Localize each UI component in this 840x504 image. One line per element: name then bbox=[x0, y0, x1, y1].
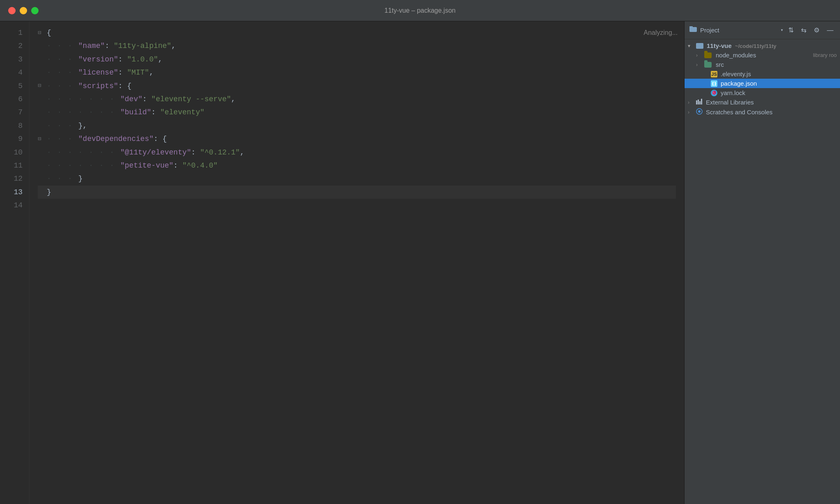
fold-gutter-13 bbox=[38, 187, 45, 197]
js-file-icon: JS bbox=[711, 71, 717, 77]
expand-icon[interactable]: ▾ bbox=[688, 43, 694, 49]
folder-sublabel: library roo bbox=[813, 52, 837, 58]
svg-rect-2 bbox=[696, 100, 697, 104]
tree-item-eleventy-js[interactable]: JS .eleventy.js bbox=[685, 69, 840, 79]
code-line-8: · · · }, bbox=[38, 119, 676, 132]
titlebar: 11ty-vue – package.json bbox=[0, 0, 840, 21]
code-line-12: · · · } bbox=[38, 172, 676, 185]
line-number: 4 bbox=[10, 66, 23, 79]
folder-icon bbox=[704, 62, 712, 68]
line-number: 12 bbox=[10, 172, 23, 185]
section-label: External Libraries bbox=[706, 99, 837, 106]
tree-item-src[interactable]: › src bbox=[685, 60, 840, 69]
svg-rect-1 bbox=[689, 26, 693, 28]
line-number: 13 bbox=[10, 186, 23, 199]
tree-item-scratches-consoles[interactable]: › Scratches and Consoles bbox=[685, 107, 840, 117]
code-line-3: · · · "version": "1.0.0", bbox=[38, 53, 676, 66]
code-token: "eleventy --serve" bbox=[151, 93, 231, 106]
section-label: Scratches and Consoles bbox=[706, 109, 837, 116]
options-button[interactable]: ⇆ bbox=[799, 25, 808, 35]
code-token: : bbox=[118, 53, 127, 66]
code-line-9: ⊟ · · · "devDependencies": { bbox=[38, 132, 676, 145]
code-token: "dev" bbox=[120, 93, 142, 106]
code-line-10: · · · · · · · "@11ty/eleventy": "^0.12.1… bbox=[38, 146, 676, 159]
code-token: "scripts" bbox=[78, 79, 118, 93]
line-number: 6 bbox=[10, 93, 23, 106]
svg-rect-4 bbox=[699, 101, 701, 104]
sidebar: Project ▾ ⇅ ⇆ ⚙ — ▾ 11ty-vue ~/code/11ty… bbox=[684, 21, 840, 504]
line-number: 1 bbox=[10, 26, 23, 39]
bar-chart-icon bbox=[696, 99, 703, 106]
expand-icon[interactable]: › bbox=[696, 52, 703, 58]
code-token: "petite-vue" bbox=[120, 159, 173, 172]
fold-gutter-12 bbox=[38, 174, 45, 184]
code-token: , bbox=[149, 66, 154, 79]
code-token: , bbox=[231, 93, 235, 106]
fold-gutter-9[interactable]: ⊟ bbox=[38, 134, 45, 144]
indent-guide: · · · · · · · bbox=[47, 93, 120, 106]
line-number: 10 bbox=[10, 146, 23, 159]
chevron-down-icon[interactable]: ▾ bbox=[781, 27, 783, 33]
fold-gutter-5[interactable]: ⊟ bbox=[38, 81, 45, 91]
code-token: "1.0.0" bbox=[127, 53, 158, 66]
minimize-button[interactable] bbox=[20, 7, 27, 14]
code-token: : bbox=[105, 39, 114, 52]
tree-item-package-json[interactable]: { } package.json bbox=[685, 79, 840, 88]
root-name: 11ty-vue bbox=[707, 42, 732, 49]
indent-guide: · · · · · · · bbox=[47, 146, 120, 159]
sidebar-title: Project bbox=[700, 27, 777, 34]
code-token: "MIT" bbox=[127, 66, 149, 79]
code-token: "build" bbox=[120, 106, 151, 119]
code-token: { bbox=[47, 26, 51, 39]
indent-guide: · · · bbox=[47, 66, 78, 79]
code-token: "devDependencies" bbox=[78, 132, 154, 145]
code-area[interactable]: Analyzing... ⊟ { · · · "name": "11ty-alp… bbox=[30, 21, 684, 504]
code-token: { bbox=[127, 79, 132, 93]
code-token: : bbox=[153, 132, 162, 145]
expand-icon[interactable]: › bbox=[688, 100, 694, 105]
code-token: : bbox=[118, 66, 127, 79]
line-number: 8 bbox=[10, 119, 23, 132]
fold-gutter-10 bbox=[38, 147, 45, 157]
code-token: "^0.12.1" bbox=[200, 146, 240, 159]
tree-item-external-libraries[interactable]: › External Libraries bbox=[685, 98, 840, 107]
code-token: : bbox=[191, 146, 200, 159]
close-panel-button[interactable]: — bbox=[825, 26, 835, 35]
code-token: , bbox=[240, 146, 244, 159]
editor-content: 1 2 3 4 5 6 7 8 9 10 11 12 13 14 Analyzi… bbox=[0, 21, 684, 504]
code-line-6: · · · · · · · "dev": "eleventy --serve", bbox=[38, 93, 676, 106]
expand-icon[interactable]: › bbox=[688, 109, 694, 115]
fold-gutter-8 bbox=[38, 120, 45, 131]
indent-guide: · · · bbox=[47, 172, 78, 185]
fold-gutter-7 bbox=[38, 107, 45, 118]
code-token: : bbox=[151, 106, 160, 119]
filter-button[interactable]: ⇅ bbox=[787, 25, 795, 35]
window-controls[interactable] bbox=[8, 7, 39, 14]
fold-gutter-11 bbox=[38, 161, 45, 171]
tree-item-node-modules[interactable]: › node_modules library roo bbox=[685, 50, 840, 60]
fold-gutter-2 bbox=[38, 41, 45, 51]
line-number: 7 bbox=[10, 106, 23, 119]
fold-gutter-14 bbox=[38, 199, 45, 209]
editor-panel: 1 2 3 4 5 6 7 8 9 10 11 12 13 14 Analyzi… bbox=[0, 21, 684, 504]
expand-icon[interactable]: › bbox=[696, 62, 703, 68]
code-line-11: · · · · · · · "petite-vue": "^0.4.0" bbox=[38, 159, 676, 172]
settings-button[interactable]: ⚙ bbox=[812, 25, 821, 35]
expand-icon bbox=[703, 81, 709, 86]
tree-item-yarn-lock[interactable]: 🧶 yarn.lock bbox=[685, 88, 840, 98]
root-path: ~/code/11ty/11ty bbox=[735, 43, 776, 49]
code-line-5: ⊟ · · · "scripts": { bbox=[38, 79, 676, 93]
svg-rect-3 bbox=[698, 100, 699, 104]
scratches-icon bbox=[696, 108, 703, 116]
code-token: "license" bbox=[78, 66, 118, 79]
json-file-icon: { } bbox=[711, 80, 717, 87]
close-button[interactable] bbox=[8, 7, 16, 14]
fold-gutter-1[interactable]: ⊟ bbox=[38, 28, 45, 38]
code-token: "11ty-alpine" bbox=[114, 39, 171, 52]
code-token: } bbox=[78, 172, 83, 185]
maximize-button[interactable] bbox=[31, 7, 39, 14]
tree-root-item[interactable]: ▾ 11ty-vue ~/code/11ty/11ty bbox=[685, 41, 840, 50]
sidebar-actions: ⇅ ⇆ ⚙ — bbox=[787, 25, 835, 35]
line-numbers: 1 2 3 4 5 6 7 8 9 10 11 12 13 14 bbox=[0, 21, 30, 504]
main-content: 1 2 3 4 5 6 7 8 9 10 11 12 13 14 Analyzi… bbox=[0, 21, 840, 504]
